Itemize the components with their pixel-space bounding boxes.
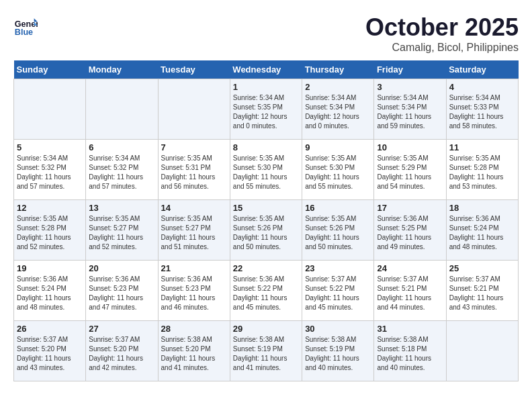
calendar-cell: 20Sunrise: 5:36 AM Sunset: 5:23 PM Dayli… <box>86 261 158 321</box>
week-row-5: 26Sunrise: 5:37 AM Sunset: 5:20 PM Dayli… <box>14 321 519 381</box>
day-number: 24 <box>377 263 443 273</box>
day-number: 22 <box>233 263 299 273</box>
day-info: Sunrise: 5:34 AM Sunset: 5:35 PM Dayligh… <box>233 93 299 131</box>
col-header-tuesday: Tuesday <box>158 60 230 79</box>
day-number: 2 <box>305 82 371 92</box>
day-number: 20 <box>89 263 154 273</box>
calendar-cell: 7Sunrise: 5:35 AM Sunset: 5:31 PM Daylig… <box>158 140 230 200</box>
day-info: Sunrise: 5:38 AM Sunset: 5:19 PM Dayligh… <box>233 335 299 373</box>
day-info: Sunrise: 5:35 AM Sunset: 5:27 PM Dayligh… <box>89 214 154 252</box>
day-number: 21 <box>161 263 227 273</box>
logo-icon: General Blue <box>13 13 38 38</box>
day-number: 3 <box>377 82 443 92</box>
day-info: Sunrise: 5:35 AM Sunset: 5:28 PM Dayligh… <box>449 154 515 191</box>
calendar-cell: 9Sunrise: 5:35 AM Sunset: 5:30 PM Daylig… <box>302 140 374 200</box>
calendar-cell: 30Sunrise: 5:38 AM Sunset: 5:19 PM Dayli… <box>302 321 374 381</box>
day-number: 1 <box>233 82 299 92</box>
day-number: 31 <box>377 324 443 334</box>
day-number: 9 <box>305 142 371 152</box>
calendar-cell: 16Sunrise: 5:35 AM Sunset: 5:26 PM Dayli… <box>302 200 374 261</box>
day-number: 6 <box>89 142 154 152</box>
page-subtitle: Camalig, Bicol, Philippines <box>365 42 519 54</box>
day-info: Sunrise: 5:36 AM Sunset: 5:25 PM Dayligh… <box>377 214 443 252</box>
day-info: Sunrise: 5:35 AM Sunset: 5:29 PM Dayligh… <box>377 154 443 191</box>
calendar-table: SundayMondayTuesdayWednesdayThursdayFrid… <box>13 60 519 381</box>
day-info: Sunrise: 5:34 AM Sunset: 5:34 PM Dayligh… <box>377 93 443 131</box>
calendar-cell: 11Sunrise: 5:35 AM Sunset: 5:28 PM Dayli… <box>446 140 518 200</box>
calendar-cell: 15Sunrise: 5:35 AM Sunset: 5:26 PM Dayli… <box>230 200 302 261</box>
day-info: Sunrise: 5:36 AM Sunset: 5:24 PM Dayligh… <box>17 275 83 312</box>
day-info: Sunrise: 5:35 AM Sunset: 5:31 PM Dayligh… <box>161 154 227 191</box>
day-number: 29 <box>233 324 299 334</box>
calendar-cell: 13Sunrise: 5:35 AM Sunset: 5:27 PM Dayli… <box>86 200 158 261</box>
day-number: 7 <box>161 142 227 152</box>
day-info: Sunrise: 5:38 AM Sunset: 5:20 PM Dayligh… <box>161 335 227 373</box>
calendar-cell: 25Sunrise: 5:37 AM Sunset: 5:21 PM Dayli… <box>446 261 518 321</box>
page-header: General Blue October 2025 Camalig, Bicol… <box>13 13 519 54</box>
day-info: Sunrise: 5:35 AM Sunset: 5:27 PM Dayligh… <box>161 214 227 252</box>
calendar-cell: 26Sunrise: 5:37 AM Sunset: 5:20 PM Dayli… <box>14 321 86 381</box>
day-number: 15 <box>233 203 299 213</box>
calendar-cell <box>446 321 518 381</box>
calendar-cell: 14Sunrise: 5:35 AM Sunset: 5:27 PM Dayli… <box>158 200 230 261</box>
day-number: 18 <box>449 203 515 213</box>
day-info: Sunrise: 5:34 AM Sunset: 5:32 PM Dayligh… <box>89 154 154 191</box>
col-header-monday: Monday <box>86 60 158 79</box>
calendar-cell: 2Sunrise: 5:34 AM Sunset: 5:34 PM Daylig… <box>302 79 374 140</box>
day-number: 13 <box>89 203 154 213</box>
day-number: 26 <box>17 324 83 334</box>
col-header-wednesday: Wednesday <box>230 60 302 79</box>
calendar-cell <box>158 79 230 140</box>
header-row: SundayMondayTuesdayWednesdayThursdayFrid… <box>14 60 519 79</box>
day-info: Sunrise: 5:37 AM Sunset: 5:20 PM Dayligh… <box>89 335 154 373</box>
day-number: 17 <box>377 203 443 213</box>
title-block: October 2025 Camalig, Bicol, Philippines <box>365 13 519 54</box>
col-header-friday: Friday <box>374 60 446 79</box>
day-info: Sunrise: 5:36 AM Sunset: 5:24 PM Dayligh… <box>449 214 515 252</box>
calendar-cell: 3Sunrise: 5:34 AM Sunset: 5:34 PM Daylig… <box>374 79 446 140</box>
day-number: 27 <box>89 324 154 334</box>
day-number: 14 <box>161 203 227 213</box>
calendar-cell: 12Sunrise: 5:35 AM Sunset: 5:28 PM Dayli… <box>14 200 86 261</box>
day-info: Sunrise: 5:37 AM Sunset: 5:20 PM Dayligh… <box>17 335 83 373</box>
calendar-cell: 19Sunrise: 5:36 AM Sunset: 5:24 PM Dayli… <box>14 261 86 321</box>
day-info: Sunrise: 5:37 AM Sunset: 5:21 PM Dayligh… <box>449 275 515 312</box>
day-number: 16 <box>305 203 371 213</box>
svg-text:Blue: Blue <box>15 28 33 37</box>
day-info: Sunrise: 5:36 AM Sunset: 5:23 PM Dayligh… <box>89 275 154 312</box>
week-row-2: 5Sunrise: 5:34 AM Sunset: 5:32 PM Daylig… <box>14 140 519 200</box>
calendar-cell: 10Sunrise: 5:35 AM Sunset: 5:29 PM Dayli… <box>374 140 446 200</box>
day-number: 8 <box>233 142 299 152</box>
day-number: 11 <box>449 142 515 152</box>
calendar-cell: 31Sunrise: 5:38 AM Sunset: 5:18 PM Dayli… <box>374 321 446 381</box>
day-number: 5 <box>17 142 83 152</box>
logo: General Blue <box>13 13 38 38</box>
calendar-cell: 23Sunrise: 5:37 AM Sunset: 5:22 PM Dayli… <box>302 261 374 321</box>
col-header-sunday: Sunday <box>14 60 86 79</box>
calendar-cell: 1Sunrise: 5:34 AM Sunset: 5:35 PM Daylig… <box>230 79 302 140</box>
calendar-cell: 6Sunrise: 5:34 AM Sunset: 5:32 PM Daylig… <box>86 140 158 200</box>
day-number: 23 <box>305 263 371 273</box>
week-row-3: 12Sunrise: 5:35 AM Sunset: 5:28 PM Dayli… <box>14 200 519 261</box>
day-number: 30 <box>305 324 371 334</box>
day-number: 4 <box>449 82 515 92</box>
calendar-cell: 5Sunrise: 5:34 AM Sunset: 5:32 PM Daylig… <box>14 140 86 200</box>
day-info: Sunrise: 5:37 AM Sunset: 5:21 PM Dayligh… <box>377 275 443 312</box>
calendar-cell: 21Sunrise: 5:36 AM Sunset: 5:23 PM Dayli… <box>158 261 230 321</box>
day-number: 28 <box>161 324 227 334</box>
calendar-cell: 8Sunrise: 5:35 AM Sunset: 5:30 PM Daylig… <box>230 140 302 200</box>
day-info: Sunrise: 5:35 AM Sunset: 5:26 PM Dayligh… <box>233 214 299 252</box>
day-info: Sunrise: 5:37 AM Sunset: 5:22 PM Dayligh… <box>305 275 371 312</box>
col-header-thursday: Thursday <box>302 60 374 79</box>
calendar-cell <box>86 79 158 140</box>
day-info: Sunrise: 5:38 AM Sunset: 5:19 PM Dayligh… <box>305 335 371 373</box>
day-number: 12 <box>17 203 83 213</box>
day-info: Sunrise: 5:35 AM Sunset: 5:30 PM Dayligh… <box>233 154 299 191</box>
day-info: Sunrise: 5:34 AM Sunset: 5:34 PM Dayligh… <box>305 93 371 131</box>
calendar-cell: 4Sunrise: 5:34 AM Sunset: 5:33 PM Daylig… <box>446 79 518 140</box>
day-number: 25 <box>449 263 515 273</box>
day-info: Sunrise: 5:34 AM Sunset: 5:33 PM Dayligh… <box>449 93 515 131</box>
calendar-cell: 22Sunrise: 5:36 AM Sunset: 5:22 PM Dayli… <box>230 261 302 321</box>
calendar-cell: 29Sunrise: 5:38 AM Sunset: 5:19 PM Dayli… <box>230 321 302 381</box>
calendar-cell: 18Sunrise: 5:36 AM Sunset: 5:24 PM Dayli… <box>446 200 518 261</box>
